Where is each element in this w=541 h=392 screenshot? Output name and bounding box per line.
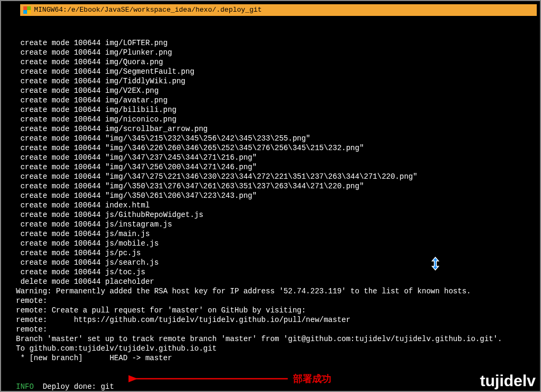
deploy-done-text: Deploy done: git — [38, 382, 114, 391]
window-title-text: MINGW64:/e/Ebook/JavaSE/workspace_idea/h… — [34, 4, 262, 16]
terminal-line: create mode 100644 img/niconico.png — [16, 115, 537, 124]
terminal-line: create mode 100644 img/Plunker.png — [16, 48, 537, 57]
terminal-line: create mode 100644 "img/\347\275\221\346… — [16, 172, 537, 181]
terminal-line: create mode 100644 "img/\346\226\260\346… — [16, 143, 537, 153]
terminal-line: create mode 100644 js/toc.js — [16, 267, 537, 277]
terminal-line: Branch 'master' set up to track remote b… — [16, 334, 537, 344]
terminal-line: remote: Create a pull request for 'maste… — [16, 306, 537, 315]
terminal-line: create mode 100644 img/avatar.png — [16, 95, 537, 105]
watermark: tujidelv — [480, 372, 536, 390]
terminal-line: remote: — [16, 296, 537, 306]
svg-marker-6 — [432, 257, 439, 270]
terminal-line: create mode 100644 js/instagram.js — [16, 220, 537, 229]
svg-rect-0 — [23, 6, 27, 10]
terminal-line: create mode 100644 "img/\347\256\200\344… — [16, 162, 537, 172]
window-title-bar: MINGW64:/e/Ebook/JavaSE/workspace_idea/h… — [20, 4, 537, 16]
terminal-line: create mode 100644 js/main.js — [16, 229, 537, 239]
terminal-line: create mode 100644 img/scrollbar_arrow.p… — [16, 124, 537, 134]
terminal-line: create mode 100644 img/LOFTER.png — [16, 38, 537, 48]
terminal-line: * [new branch] HEAD -> master — [16, 353, 537, 363]
resize-cursor-icon — [430, 257, 441, 271]
annotation-label: 部署成功 — [293, 372, 331, 385]
terminal-line: create mode 100644 img/V2EX.png — [16, 86, 537, 95]
terminal-line: create mode 100644 img/TiddlyWiki.png — [16, 76, 537, 86]
terminal-line: create mode 100644 "img/\350\231\276\347… — [16, 181, 537, 191]
terminal-line: create mode 100644 js/search.js — [16, 258, 537, 267]
terminal-line: create mode 100644 "img/\345\215\232\345… — [16, 134, 537, 143]
annotation-arrow: 部署成功 — [128, 372, 331, 385]
terminal-line: remote: https://github.com/tujidelv/tuji… — [16, 315, 537, 325]
terminal-line: create mode 100644 img/SegmentFault.png — [16, 67, 537, 76]
terminal-line: remote: — [16, 325, 537, 334]
terminal-line: create mode 100644 "img/\350\261\206\347… — [16, 191, 537, 201]
terminal-line: create mode 100644 js/mobile.js — [16, 239, 537, 248]
terminal-line: create mode 100644 img/Quora.png — [16, 57, 537, 67]
terminal-line: Warning: Permanently added the RSA host … — [16, 286, 537, 296]
terminal-line: create mode 100644 js/GithubRepoWidget.j… — [16, 210, 537, 220]
terminal-line: To github.com:tujidelv/tujidelv.github.i… — [16, 344, 537, 353]
svg-rect-2 — [23, 10, 27, 14]
terminal-icon — [23, 6, 31, 14]
terminal-line: create mode 100644 js/pc.js — [16, 248, 537, 258]
svg-rect-1 — [27, 6, 31, 10]
terminal-line: create mode 100644 img/bilibili.png — [16, 105, 537, 115]
terminal-line: delete mode 100644 placeholder — [16, 277, 537, 286]
terminal-output[interactable]: create mode 100644 img/LOFTER.png create… — [1, 16, 540, 392]
terminal-line: create mode 100644 index.html — [16, 201, 537, 210]
info-tag: INFO — [16, 382, 38, 391]
terminal-line: create mode 100644 "img/\347\237\245\344… — [16, 153, 537, 162]
svg-rect-3 — [27, 10, 31, 14]
